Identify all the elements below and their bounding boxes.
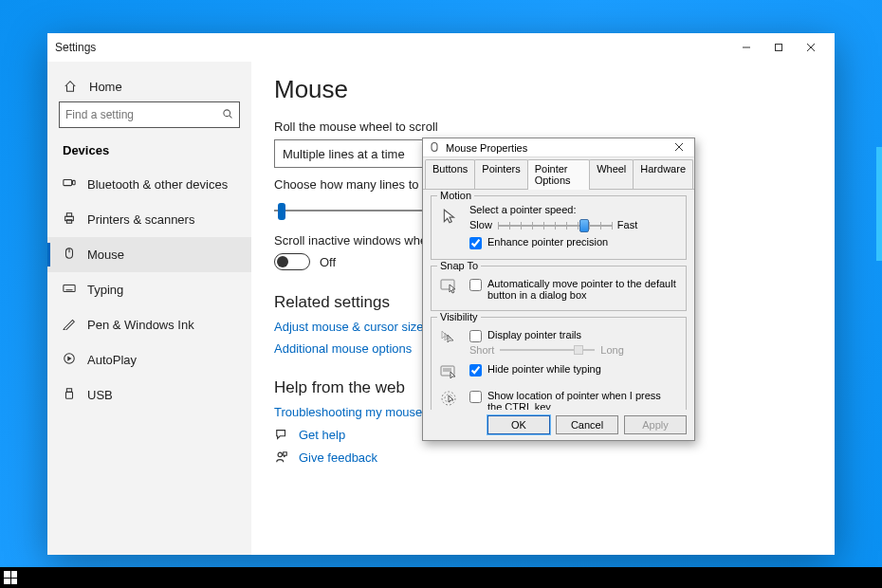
window-title: Settings [55,41,96,54]
sidebar-item-bluetooth[interactable]: Bluetooth & other devices [47,167,251,202]
enhance-precision-checkbox[interactable]: Enhance pointer precision [469,236,678,249]
sidebar-item-usb[interactable]: USB [47,377,251,413]
sidebar-item-label: AutoPlay [87,353,137,367]
desktop-selection-accent [876,147,882,261]
search-input-wrap[interactable] [59,101,240,128]
sidebar-item-pen[interactable]: Pen & Windows Ink [47,307,251,342]
sidebar-item-label: Typing [87,283,123,297]
sidebar-item-typing[interactable]: Typing [47,272,251,307]
cancel-button[interactable]: Cancel [556,415,618,434]
enhance-precision-label: Enhance pointer precision [487,236,608,248]
sidebar-item-label: Mouse [87,248,124,262]
ctrl-locate-checkbox[interactable]: Show location of pointer when I press th… [469,390,678,410]
maximize-button[interactable] [763,33,795,62]
start-button[interactable] [4,571,17,584]
inactive-scroll-toggle[interactable] [274,253,310,270]
ctrl-locate-label: Show location of pointer when I press th… [487,390,678,410]
group-motion: Motion Select a pointer speed: Slow [431,195,687,260]
group-motion-title: Motion [437,190,474,201]
trails-icon [439,327,460,348]
speed-slow-label: Slow [469,219,492,230]
bluetooth-icon [63,176,76,193]
sidebar: Home Devices Bl [47,62,251,555]
mouse-properties-dialog: Mouse Properties Buttons Pointers Pointe… [422,138,695,441]
help-icon [274,427,289,442]
snap-to-checkbox[interactable]: Automatically move pointer to the defaul… [469,278,678,301]
close-button[interactable] [795,33,827,62]
hide-while-typing-input[interactable] [469,364,482,377]
autoplay-icon [63,352,76,368]
tab-pointer-options[interactable]: Pointer Options [527,159,590,189]
pointer-trails-checkbox[interactable]: Display pointer trails [469,329,678,342]
ctrl-locate-input[interactable] [469,391,482,403]
mouse-icon [63,247,76,263]
group-snap-title: Snap To [437,260,481,271]
scroll-mode-value: Multiple lines at a time [283,147,405,161]
snap-icon [439,276,460,297]
svg-rect-21 [432,142,437,151]
feedback-icon [274,450,289,465]
group-snap-to: Snap To Automatically move pointer to th… [431,266,687,311]
group-visibility: Visibility Display pointer trails Short [431,317,687,410]
svg-rect-9 [66,213,71,217]
sidebar-item-label: USB [87,388,113,402]
speed-fast-label: Fast [617,219,637,230]
tab-hardware[interactable]: Hardware [633,159,693,189]
dialog-titlebar[interactable]: Mouse Properties [423,138,694,157]
titlebar: Settings [47,33,835,62]
minimize-button[interactable] [730,33,763,62]
svg-rect-7 [73,180,76,184]
pointer-trails-input[interactable] [469,330,482,342]
hide-while-typing-checkbox[interactable]: Hide pointer while typing [469,363,678,377]
sidebar-item-label: Bluetooth & other devices [87,177,228,192]
tab-wheel[interactable]: Wheel [589,159,634,189]
slider-thumb[interactable] [278,203,285,220]
svg-rect-13 [64,285,75,292]
snap-to-input[interactable] [469,279,482,291]
sidebar-item-mouse[interactable]: Mouse [47,237,251,272]
usb-icon [63,387,76,403]
trails-short-label: Short [469,344,494,356]
tab-pointers[interactable]: Pointers [474,159,527,189]
apply-button[interactable]: Apply [624,415,687,434]
trails-slider [500,344,595,356]
printer-icon [63,211,76,228]
scroll-wheel-label: Roll the mouse wheel to scroll [274,119,812,134]
taskbar[interactable] [0,567,882,588]
pointer-trails-label: Display pointer trails [487,329,581,340]
pointer-speed-slider[interactable] [498,217,612,232]
sidebar-home[interactable]: Home [47,71,251,101]
link-give-feedback[interactable]: Give feedback [299,450,377,465]
search-icon [222,108,233,122]
dialog-tabs: Buttons Pointers Pointer Options Wheel H… [423,157,694,190]
mouse-icon [429,141,440,155]
link-get-help[interactable]: Get help [299,428,345,442]
enhance-precision-input[interactable] [469,237,482,249]
svg-rect-6 [64,180,72,186]
tab-buttons[interactable]: Buttons [425,159,475,189]
group-visibility-title: Visibility [437,311,481,322]
keyboard-icon [63,282,76,298]
svg-rect-19 [66,392,73,398]
dialog-title: Mouse Properties [446,142,670,154]
svg-line-5 [230,115,232,118]
speed-thumb[interactable] [579,219,589,232]
search-input[interactable] [65,108,222,121]
snap-to-label: Automatically move pointer to the defaul… [487,278,678,301]
sidebar-item-printers[interactable]: Printers & scanners [47,202,251,237]
hide-while-typing-label: Hide pointer while typing [487,363,601,375]
svg-point-20 [278,452,282,456]
dialog-close-button[interactable] [670,142,689,154]
toggle-state-label: Off [320,255,336,269]
svg-rect-10 [66,220,71,224]
home-icon [63,79,78,94]
sidebar-item-label: Printers & scanners [87,212,194,227]
cursor-icon [439,206,460,227]
ctrl-locate-icon [439,388,460,409]
page-title: Mouse [274,75,812,104]
sidebar-home-label: Home [89,80,122,94]
sidebar-item-autoplay[interactable]: AutoPlay [47,342,251,377]
trails-long-label: Long [600,344,623,356]
ok-button[interactable]: OK [487,415,550,434]
pen-icon [63,317,76,333]
